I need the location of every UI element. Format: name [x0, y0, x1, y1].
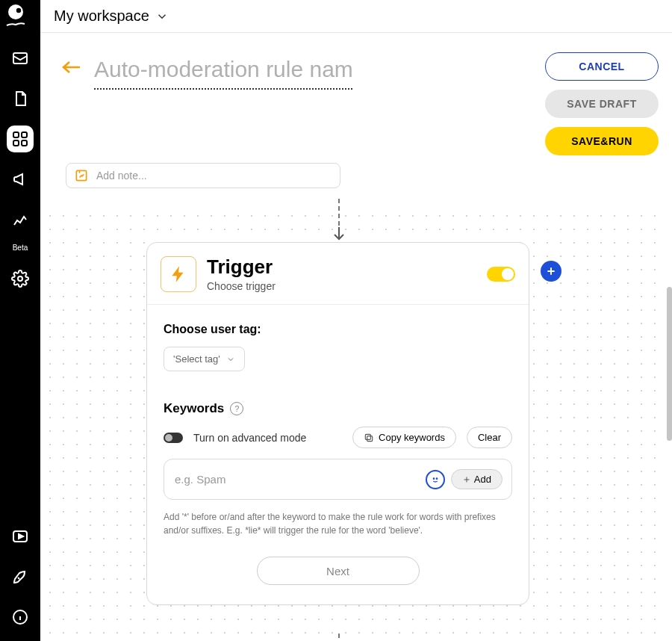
topbar: My workspace: [40, 0, 672, 33]
rule-name-input[interactable]: [94, 52, 352, 90]
note-icon: [74, 168, 89, 183]
add-keyword-button[interactable]: Add: [451, 469, 503, 489]
advanced-mode-toggle[interactable]: [164, 433, 183, 443]
nav-settings[interactable]: [7, 265, 34, 292]
nav-document[interactable]: [7, 85, 34, 112]
copy-icon: [364, 433, 374, 443]
svg-rect-5: [13, 140, 19, 146]
advanced-mode-label: Turn on advanced mode: [193, 432, 306, 444]
connector-bottom: [338, 634, 340, 641]
scrollbar-thumb[interactable]: [667, 287, 672, 441]
svg-point-13: [433, 478, 434, 479]
emoji-picker-button[interactable]: [426, 470, 445, 489]
bolt-icon: [161, 256, 196, 292]
svg-rect-2: [13, 53, 27, 64]
keywords-hint: Add '*' before or/and after the keyword …: [164, 510, 512, 537]
keywords-input-box: Add: [164, 459, 512, 500]
smile-icon: [429, 474, 441, 486]
nav-rocket[interactable]: [7, 563, 34, 590]
svg-rect-3: [13, 132, 19, 137]
svg-point-14: [436, 478, 437, 479]
app-sidebar: Beta: [0, 0, 40, 641]
svg-rect-12: [365, 434, 370, 439]
trigger-title: Trigger: [207, 256, 276, 279]
tag-select[interactable]: 'Select tag': [164, 347, 245, 371]
trigger-enable-toggle[interactable]: [487, 267, 515, 282]
chevron-down-icon: [226, 355, 235, 364]
workspace-switcher[interactable]: My workspace: [54, 7, 169, 25]
svg-point-7: [18, 276, 22, 281]
trigger-subtitle: Choose trigger: [207, 280, 276, 292]
tag-select-placeholder: 'Select tag': [173, 353, 220, 365]
workspace-name: My workspace: [54, 7, 149, 25]
save-draft-button: SAVE DRAFT: [545, 90, 659, 118]
add-note-button[interactable]: Add note...: [66, 163, 340, 188]
nav-automod[interactable]: [7, 126, 34, 152]
next-button[interactable]: Next: [257, 557, 420, 585]
choose-tag-label: Choose user tag:: [164, 323, 512, 336]
save-run-button[interactable]: SAVE&RUN: [545, 127, 659, 155]
keywords-help-icon[interactable]: ?: [230, 402, 243, 415]
plus-icon: [545, 265, 557, 277]
nav-inbox[interactable]: [7, 45, 34, 72]
chevron-down-icon: [155, 10, 169, 23]
svg-rect-6: [22, 140, 27, 146]
clear-keywords-button[interactable]: Clear: [467, 427, 512, 448]
add-step-button[interactable]: [541, 261, 561, 282]
scrollbar[interactable]: [664, 206, 672, 641]
nav-video[interactable]: [7, 523, 34, 550]
svg-rect-4: [22, 132, 27, 137]
svg-point-1: [16, 8, 21, 13]
svg-rect-11: [367, 436, 373, 441]
trigger-card: Trigger Choose trigger Choose user tag: …: [146, 242, 529, 605]
nav-info[interactable]: [7, 604, 34, 631]
copy-keywords-button[interactable]: Copy keywords: [352, 427, 456, 448]
nav-analytics[interactable]: [7, 206, 34, 233]
note-placeholder-text: Add note...: [96, 170, 147, 182]
keywords-title: Keywords: [164, 401, 224, 416]
back-button[interactable]: [61, 57, 82, 78]
svg-point-0: [8, 4, 23, 19]
beta-badge: Beta: [13, 244, 28, 252]
plus-icon: [462, 475, 471, 484]
app-logo: [4, 3, 36, 31]
keyword-input[interactable]: [173, 468, 420, 490]
nav-announce[interactable]: [7, 166, 34, 193]
cancel-button[interactable]: CANCEL: [545, 52, 659, 81]
arrow-down-icon: [332, 227, 346, 242]
